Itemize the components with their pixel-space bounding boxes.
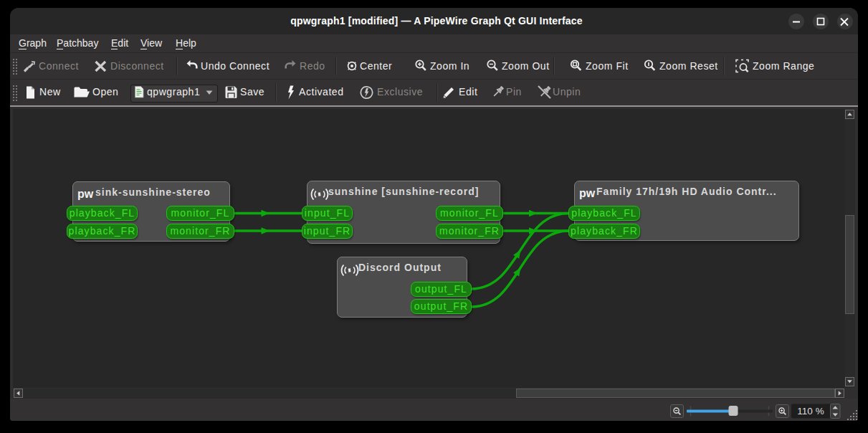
svg-text:pw: pw	[579, 187, 596, 199]
svg-text:110 %: 110 %	[797, 406, 824, 417]
svg-text:pw: pw	[77, 188, 94, 200]
